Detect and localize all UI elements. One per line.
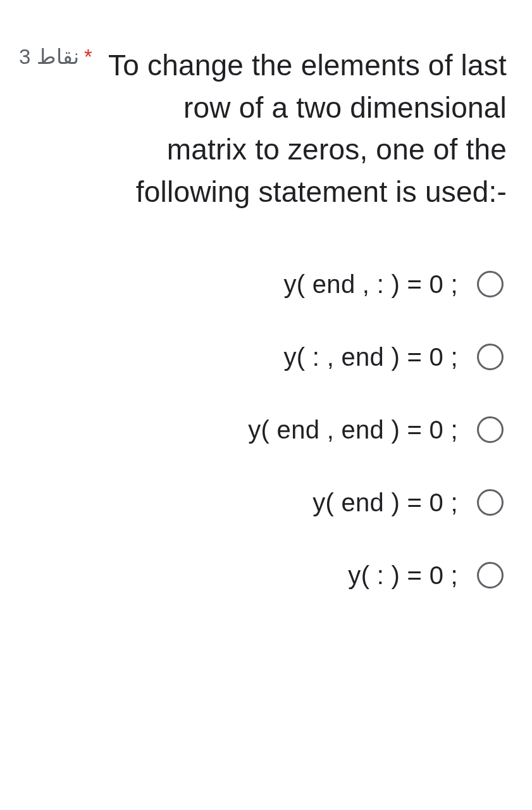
points-label: 3 نقاط [19,42,79,68]
option-label: y( end , end ) = 0 ; [248,416,458,444]
question-card: 3 نقاط * To change the elements of last … [0,0,532,615]
option-2[interactable]: y( : , end ) = 0 ; [19,343,504,371]
option-3[interactable]: y( end , end ) = 0 ; [19,416,504,444]
radio-icon [477,562,504,589]
option-label: y( end , : ) = 0 ; [283,270,458,299]
question-text: To change the elements of last row of a … [108,44,507,213]
radio-icon [477,489,504,516]
option-label: y( : ) = 0 ; [348,561,458,590]
options-group: y( end , : ) = 0 ; y( : , end ) = 0 ; y(… [19,270,507,590]
question-header: 3 نقاط * To change the elements of last … [19,44,507,213]
radio-icon [477,416,504,443]
option-5[interactable]: y( : ) = 0 ; [19,561,504,590]
radio-icon [477,271,504,297]
option-4[interactable]: y( end ) = 0 ; [19,489,504,517]
option-1[interactable]: y( end , : ) = 0 ; [19,270,504,299]
option-label: y( : , end ) = 0 ; [283,343,458,371]
points-container: 3 نقاط * [19,44,95,69]
option-label: y( end ) = 0 ; [312,489,458,517]
required-marker: * [84,45,92,68]
radio-icon [477,344,504,370]
